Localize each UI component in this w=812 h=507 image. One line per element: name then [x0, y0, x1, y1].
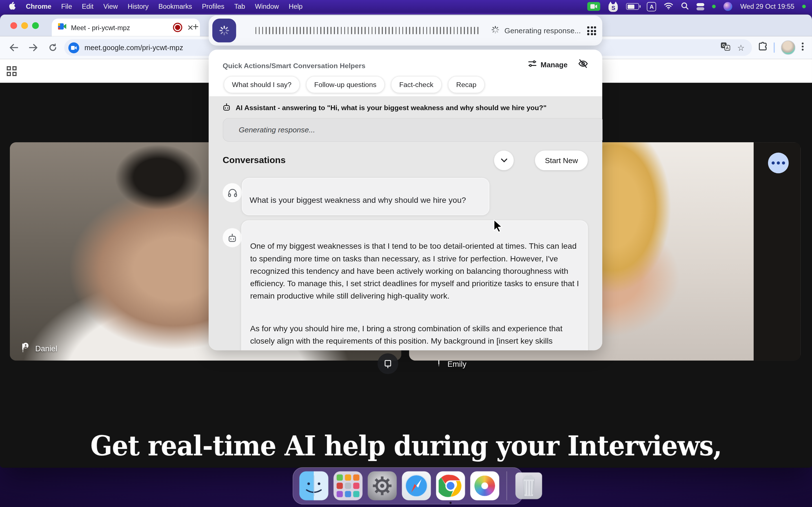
quick-action-recap[interactable]: Recap — [448, 76, 485, 93]
menu-item-tab[interactable]: Tab — [234, 3, 245, 10]
chrome-running-dot — [449, 502, 451, 504]
headphones-icon — [223, 183, 242, 202]
dock-chrome-icon[interactable] — [436, 471, 465, 500]
zoom-window-button[interactable] — [32, 22, 39, 29]
spotlight-search-icon[interactable] — [681, 2, 689, 11]
minimize-window-button[interactable] — [21, 22, 28, 29]
macos-menu-bar: Chrome File Edit View History Bookmarks … — [0, 0, 812, 13]
input-source-icon[interactable]: A — [647, 2, 656, 11]
hide-overlay-eye-off-icon[interactable] — [578, 59, 589, 70]
menu-item-file[interactable]: File — [61, 3, 72, 10]
answer-paragraph-2: As for why you should hire me, I bring a… — [250, 322, 579, 347]
dock-divider — [506, 471, 507, 500]
assistant-panel: Quick Actions/Smart Conversation Helpers… — [209, 50, 602, 350]
mouse-cursor — [493, 219, 504, 235]
dock-photos-icon[interactable] — [470, 471, 499, 500]
toolbar-divider — [774, 43, 775, 53]
dock-trash-icon[interactable] — [515, 472, 542, 499]
generating-status-text: Generating response... — [504, 26, 581, 35]
browser-tab[interactable]: Meet - pri-ycwt-mpz ✕ — [52, 18, 200, 36]
menu-item-window[interactable]: Window — [255, 3, 279, 10]
url-site-icon — [68, 42, 79, 53]
menu-item-edit[interactable]: Edit — [82, 3, 93, 10]
robot-icon — [223, 103, 231, 113]
dock-finder-icon[interactable] — [299, 471, 328, 500]
question-text: What is your biggest weakness and why sh… — [250, 195, 466, 205]
status-green-dot — [712, 5, 716, 8]
siri-icon[interactable] — [724, 2, 732, 11]
pin-icon-small — [436, 359, 442, 369]
wifi-icon[interactable] — [664, 2, 673, 10]
browser-window: Meet - pri-ycwt-mpz ✕ + meet.google.com/… — [0, 14, 812, 467]
dock-safari-icon[interactable] — [402, 471, 431, 500]
bookmark-star-icon[interactable]: ☆ — [737, 43, 745, 53]
dock-settings-icon[interactable] — [368, 471, 397, 500]
close-window-button[interactable] — [10, 22, 17, 29]
assistant-apps-grid-icon[interactable] — [587, 26, 596, 35]
recording-indicator-icon — [173, 23, 183, 32]
assistant-content-area: AI Assistant - answering to "Hi, what is… — [209, 96, 602, 350]
assistant-status-bar[interactable]: Generating response... — [209, 15, 602, 46]
manage-button[interactable]: Manage — [528, 59, 567, 70]
dock-launchpad-icon[interactable] — [334, 471, 363, 500]
collapse-chevron-button[interactable] — [494, 151, 514, 170]
pin-icon — [20, 342, 29, 354]
forward-button[interactable] — [25, 40, 42, 56]
menu-item-bookmarks[interactable]: Bookmarks — [158, 3, 192, 10]
browser-menu-icon[interactable] — [802, 43, 804, 53]
profile-avatar[interactable] — [781, 40, 795, 55]
control-center-icon[interactable] — [697, 3, 705, 10]
photos-flower-icon — [474, 475, 495, 496]
tab-groups-grid-icon[interactable] — [7, 66, 17, 76]
promo-headline: Get real-time AI help during your Interv… — [24, 429, 788, 468]
answer-paragraph-1: One of my biggest weaknesses is that I t… — [250, 240, 579, 302]
translate-icon[interactable]: GA — [721, 43, 730, 53]
extensions-icon[interactable] — [758, 42, 767, 53]
tab-title: Meet - pri-ycwt-mpz — [71, 24, 168, 32]
robot-icon-answer — [223, 228, 242, 247]
menu-app-name[interactable]: Chrome — [26, 3, 51, 10]
pin-tile-button[interactable] — [377, 353, 398, 374]
participant-name-right: Emily — [436, 359, 467, 369]
headline-line1: Get real-time AI help during your Interv… — [24, 429, 788, 462]
menu-item-view[interactable]: View — [103, 3, 117, 10]
new-tab-button[interactable]: + — [193, 21, 199, 32]
question-bubble: What is your biggest weakness and why sh… — [242, 178, 490, 215]
generating-response-box: Generating response... — [223, 118, 602, 142]
camera-active-icon[interactable] — [588, 2, 601, 11]
apple-icon[interactable] — [8, 1, 16, 12]
menu-item-history[interactable]: History — [128, 3, 149, 10]
start-new-button[interactable]: Start New — [535, 151, 588, 170]
status-green-dot-right — [802, 5, 806, 8]
quick-actions-header: Quick Actions/Smart Conversation Helpers — [223, 62, 365, 70]
answer-bubble: One of my biggest weaknesses is that I t… — [241, 220, 588, 350]
reload-button[interactable] — [45, 40, 61, 56]
spinner-icon — [491, 25, 500, 36]
macos-dock — [293, 467, 523, 504]
quick-action-what-should-i-say[interactable]: What should I say? — [223, 76, 300, 93]
sliders-icon — [528, 59, 536, 70]
battery-icon[interactable] — [626, 3, 639, 10]
tile-more-options-button[interactable] — [768, 153, 789, 173]
meet-favicon — [58, 23, 66, 32]
quick-action-fact-check[interactable]: Fact-check — [391, 76, 442, 93]
svg-text:A: A — [726, 46, 729, 50]
assistant-app-logo[interactable] — [212, 18, 236, 42]
audio-waveform — [255, 27, 479, 34]
menu-clock[interactable]: Wed 29 Oct 19:55 — [741, 3, 795, 10]
quick-action-follow-up-questions[interactable]: Follow-up questions — [306, 76, 385, 93]
menu-item-profiles[interactable]: Profiles — [202, 3, 224, 10]
menu-item-help[interactable]: Help — [289, 3, 303, 10]
conversations-title: Conversations — [223, 155, 286, 166]
back-button[interactable] — [5, 40, 22, 56]
assistant-answer-heading: AI Assistant - answering to "Hi, what is… — [236, 104, 547, 112]
participant-name-left: Daniel — [20, 342, 57, 354]
stealth-app-icon[interactable]: S — [608, 1, 619, 12]
desktop-stage: Chrome File Edit View History Bookmarks … — [0, 0, 812, 507]
